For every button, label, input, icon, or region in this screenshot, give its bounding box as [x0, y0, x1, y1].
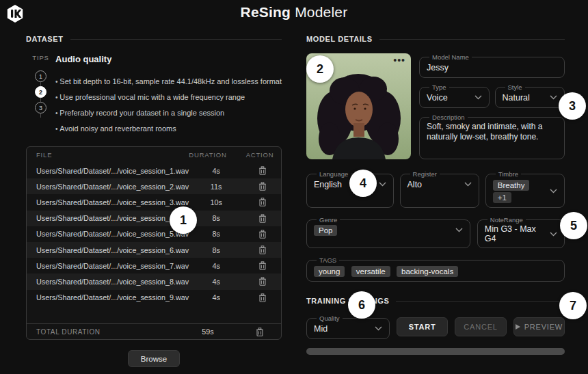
avatar-menu-icon[interactable]: •••	[393, 55, 405, 66]
tips-content: Audio quality Set bit depth to 16-bit, s…	[55, 54, 282, 137]
timbre-dropdown[interactable]: Timbre Breathy+1	[485, 170, 565, 208]
start-button[interactable]: START	[397, 317, 448, 336]
chevron-down-icon	[375, 326, 382, 331]
file-path: Users/Shared/Dataset/.../voice_session_1…	[36, 167, 189, 175]
model-section-title: MODEL DETAILS	[306, 35, 373, 43]
file-path: Users/Shared/Dataset/.../voice_session_9…	[36, 293, 189, 302]
table-row: Users/Shared/Dataset/.../voice_session_6…	[27, 242, 281, 258]
file-table-header: FILE DURATION ACTION	[27, 147, 281, 163]
file-duration: 8s	[189, 214, 243, 222]
file-table: FILE DURATION ACTION Users/Shared/Datase…	[26, 146, 282, 340]
browse-button[interactable]: Browse	[128, 350, 180, 367]
tag-chip[interactable]: versatile	[351, 266, 390, 277]
model-details-panel: MODEL DETAILS	[306, 35, 565, 355]
trash-icon	[258, 245, 267, 254]
play-icon	[516, 324, 520, 330]
table-row: Users/Shared/Dataset/.../voice_session_1…	[27, 163, 281, 178]
style-dropdown[interactable]: Style Natural	[495, 83, 565, 108]
total-duration-label: TOTAL DURATION	[36, 328, 177, 336]
language-label: Language	[317, 170, 351, 178]
section-divider	[396, 301, 565, 302]
file-duration: 4s	[189, 262, 243, 270]
preview-button[interactable]: PREVIEW	[513, 317, 565, 336]
file-path: Users/Shared/Dataset/.../voice_session_8…	[36, 278, 189, 286]
dataset-section-title: DATASET	[26, 35, 64, 43]
table-spacer	[27, 306, 281, 323]
file-duration: 10s	[189, 198, 243, 206]
chevron-down-icon	[550, 95, 557, 100]
quality-label: Quality	[317, 315, 343, 322]
chevron-down-icon	[379, 182, 386, 187]
model-name-field[interactable]: Model Name	[419, 53, 565, 78]
delete-file-button[interactable]	[257, 244, 268, 256]
delete-file-button[interactable]	[257, 292, 268, 304]
delete-file-button[interactable]	[257, 276, 268, 287]
delete-all-button[interactable]	[254, 326, 265, 338]
register-value: Alto	[407, 180, 423, 189]
callout-5: 5	[560, 212, 587, 239]
file-path: Users/Shared/Dataset/.../voice_session_5…	[36, 230, 189, 238]
file-path: Users/Shared/Dataset/.../voice_session_3…	[36, 198, 189, 206]
file-duration: 4s	[189, 167, 243, 175]
trash-icon	[256, 328, 264, 336]
step-circle[interactable]: 1	[35, 70, 46, 82]
file-path: Users/Shared/Dataset/.../voice_session_4…	[36, 214, 189, 222]
callout-6: 6	[348, 291, 375, 319]
trash-icon	[258, 277, 267, 286]
timbre-overflow-chip: +1	[493, 192, 511, 203]
description-field[interactable]: Description Soft, smoky and intimate, wi…	[419, 113, 565, 159]
section-divider	[70, 39, 282, 40]
tags-label: TAGS	[317, 256, 339, 264]
column-header-action: ACTION	[239, 151, 281, 159]
step-circle[interactable]: 2	[35, 86, 46, 98]
tips-block: TIPS 1 2 3 Audio quality Set bit depth t…	[26, 54, 282, 137]
style-value: Natural	[503, 93, 530, 103]
step-circle[interactable]: 3	[35, 102, 46, 113]
callout-4: 4	[349, 170, 377, 197]
genre-dropdown[interactable]: Genre Pop	[306, 216, 470, 248]
style-label: Style	[505, 83, 525, 91]
column-header-file: FILE	[36, 151, 177, 159]
description-input[interactable]: Soft, smoky and intimate, with a natural…	[427, 122, 557, 152]
delete-file-button[interactable]	[257, 181, 268, 192]
tag-chip[interactable]: backing-vocals	[397, 266, 458, 277]
register-label: Register	[410, 170, 440, 178]
tags-field[interactable]: TAGS young versatile backing-vocals	[306, 256, 565, 282]
type-dropdown[interactable]: Type Voice	[419, 83, 490, 108]
callout-1: 1	[170, 206, 197, 234]
note-range-dropdown[interactable]: NoteRange Min G3 - Max G4	[477, 216, 565, 248]
section-divider	[379, 39, 565, 40]
register-dropdown[interactable]: Register Alto	[400, 170, 479, 208]
tip-bullet: Avoid noisy and reverberant rooms	[55, 121, 282, 137]
chevron-down-icon	[464, 182, 472, 187]
delete-file-button[interactable]	[257, 260, 268, 271]
model-name-label: Model Name	[429, 53, 472, 61]
file-duration: 4s	[189, 278, 243, 286]
delete-file-button[interactable]	[257, 196, 268, 208]
cancel-button[interactable]: CANCEL	[455, 317, 506, 336]
preview-button-label: PREVIEW	[524, 323, 563, 331]
quality-value: Mid	[314, 324, 328, 334]
language-dropdown[interactable]: Language English	[306, 170, 394, 208]
table-row: Users/Shared/Dataset/.../voice_session_3…	[27, 194, 281, 210]
trash-icon	[258, 293, 267, 302]
chevron-down-icon	[455, 228, 463, 232]
tips-heading: Audio quality	[55, 54, 282, 64]
note-range-value: Min G3 - Max G4	[485, 224, 546, 243]
quality-dropdown[interactable]: Quality Mid	[306, 315, 390, 339]
total-duration-row: TOTAL DURATION 59s	[27, 323, 281, 339]
tag-chip[interactable]: young	[314, 266, 345, 277]
delete-file-button[interactable]	[257, 165, 268, 176]
training-progress-bar	[306, 348, 565, 355]
chevron-down-icon	[550, 189, 557, 193]
delete-file-button[interactable]	[257, 213, 268, 224]
table-row: Users/Shared/Dataset/.../voice_session_8…	[27, 273, 281, 289]
table-row: Users/Shared/Dataset/.../voice_session_2…	[27, 178, 281, 194]
model-name-input[interactable]	[427, 63, 557, 72]
callout-2: 2	[306, 55, 334, 83]
callout-3: 3	[559, 92, 586, 120]
callout-7: 7	[559, 292, 587, 319]
file-duration: 11s	[189, 183, 243, 191]
delete-file-button[interactable]	[257, 228, 268, 240]
genre-chip: Pop	[314, 225, 337, 236]
